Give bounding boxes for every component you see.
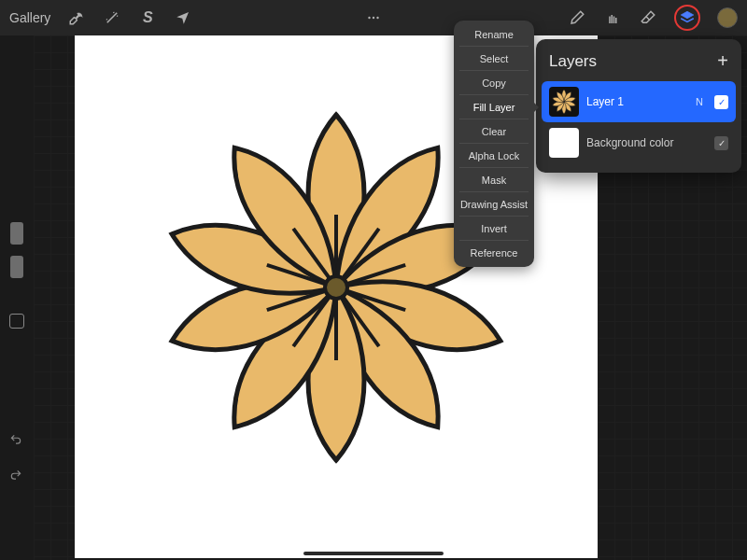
layer-visible-checkbox-1[interactable] [714,95,728,109]
layer-row-1[interactable]: Layer 1 N [542,81,736,122]
layer-thumb-1 [549,87,579,117]
svg-point-1 [373,17,374,19]
cm-alpha-lock[interactable]: Alpha Lock [454,144,534,168]
submenu-arrow-icon [534,103,539,112]
redo-icon[interactable] [9,469,22,485]
brush-icon[interactable] [568,8,586,27]
layer-name-bg: Background color [586,136,707,149]
layers-icon [679,9,696,26]
cm-copy[interactable]: Copy [454,71,534,95]
layer-name-1: Layer 1 [586,95,688,108]
layer-row-bg[interactable]: Background color [542,122,736,163]
layer-blend-mode: N [696,96,703,107]
layer-context-menu: Rename Select Copy Fill Layer Clear Alph… [454,21,534,267]
cm-reference[interactable]: Reference [454,241,534,265]
home-indicator [303,552,444,555]
svg-point-0 [368,17,370,19]
opacity-slider[interactable] [10,256,23,278]
left-sidebar [0,35,34,560]
cm-fill-layer[interactable]: Fill Layer [454,95,534,119]
svg-point-2 [376,17,378,19]
layer-thumb-bg [549,128,579,158]
layer-visible-checkbox-bg[interactable] [714,136,728,150]
gallery-button[interactable]: Gallery [9,10,50,25]
brush-size-slider[interactable] [10,222,23,245]
layers-title: Layers [549,52,597,71]
top-toolbar: Gallery S [0,0,747,35]
add-layer-button[interactable]: + [717,50,728,72]
eraser-icon[interactable] [639,8,657,27]
modify-button[interactable] [9,314,24,329]
cm-select[interactable]: Select [454,47,534,71]
smudge-icon[interactable] [603,8,622,27]
move-icon[interactable] [174,8,192,27]
cm-invert[interactable]: Invert [454,217,534,241]
menu-icon[interactable] [364,8,383,27]
undo-icon[interactable] [9,433,22,450]
cm-clear[interactable]: Clear [454,119,534,144]
cm-fill-layer-label: Fill Layer [473,102,515,113]
selection-icon[interactable]: S [138,8,157,27]
layers-panel: Layers + Layer 1 N Background color [536,39,741,173]
color-swatch[interactable] [717,7,738,28]
layers-button-highlighted[interactable] [674,5,700,31]
wrench-icon[interactable] [67,8,86,27]
cm-drawing-assist[interactable]: Drawing Assist [454,192,534,217]
wand-icon[interactable] [103,8,121,27]
svg-point-13 [325,276,347,299]
cm-mask[interactable]: Mask [454,168,534,192]
cm-rename[interactable]: Rename [454,22,534,47]
